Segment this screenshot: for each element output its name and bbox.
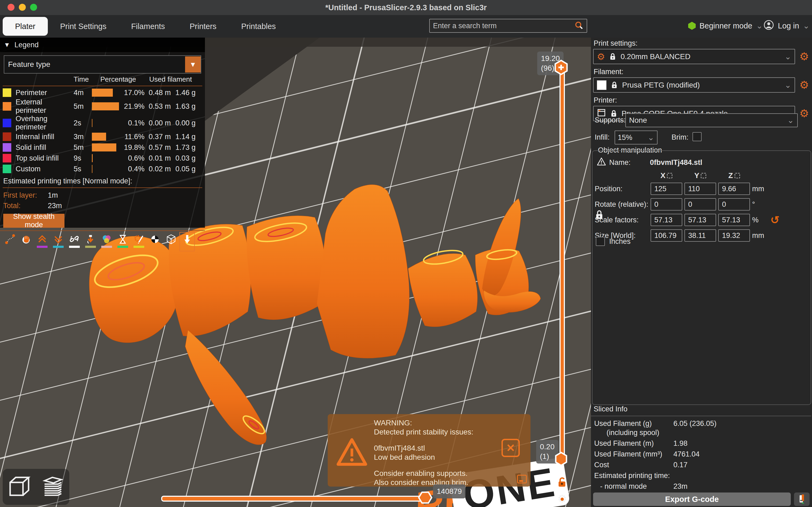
print-settings-label: Print settings: <box>594 39 638 48</box>
title-bar: *Untitled - PrusaSlicer-2.9.3 based on S… <box>0 0 812 15</box>
uniform-scale-lock-icon[interactable] <box>595 210 604 222</box>
legend-panel: ▼ Legend Feature type ▼ Time Percentage … <box>0 38 205 228</box>
percentage-bar <box>92 165 92 173</box>
view-mode-switcher <box>3 469 69 505</box>
position-z-field[interactable]: 9.66 <box>718 183 750 195</box>
axis-header-z: Z <box>718 171 750 180</box>
tab-printers[interactable]: Printers <box>177 17 229 36</box>
travel-moves-icon[interactable] <box>2 232 17 251</box>
collapse-icon[interactable]: ▼ <box>4 41 10 49</box>
print-settings-gear-button[interactable]: ⚙ <box>798 50 811 63</box>
view-type-dropdown-button[interactable]: ▼ <box>185 56 201 72</box>
scale-x-field[interactable]: 57.13 <box>651 214 682 226</box>
scale-y-field[interactable]: 57.13 <box>685 214 716 226</box>
gear-icon: ⚙ <box>597 51 605 62</box>
login-menu[interactable]: Log in ⌄ <box>763 19 810 33</box>
reset-scale-icon[interactable]: ↺ <box>770 214 788 226</box>
slider-settings-gear-icon[interactable]: ⚙ <box>557 493 567 505</box>
percentage-bar <box>92 144 116 152</box>
close-window-button[interactable] <box>7 4 14 11</box>
stability-warning-dialog: WARNING: Detected print stability issues… <box>328 414 531 487</box>
chevron-down-icon: ⌄ <box>756 23 763 29</box>
sliced-info-row: Used Filament (mm³)4761.04 <box>594 450 809 459</box>
tab-printables[interactable]: Printables <box>229 17 288 36</box>
object-name-value: 0fbvmITj484.stl <box>650 158 702 167</box>
feature-color-swatch <box>3 154 11 163</box>
size-x-field[interactable]: 106.79 <box>651 229 682 242</box>
view-type-select[interactable]: Feature type ▼ <box>4 55 201 73</box>
filament-gear-button[interactable]: ⚙ <box>798 78 811 91</box>
print-settings-select[interactable]: ⚙ 0.20mm BALANCED ⌄ <box>593 49 795 64</box>
size-z-field[interactable]: 19.32 <box>718 229 750 242</box>
legend-toggle-icon[interactable] <box>179 232 195 251</box>
move-slider-handle[interactable] <box>418 490 434 506</box>
tab-filaments[interactable]: Filaments <box>119 17 177 36</box>
traffic-lights <box>7 4 37 11</box>
percentage-bar <box>92 102 119 110</box>
deretractions-icon[interactable] <box>51 232 66 251</box>
tool-changes-icon[interactable] <box>83 232 98 251</box>
color-changes-icon[interactable] <box>99 232 114 251</box>
infill-select[interactable]: 15% ⌄ <box>614 130 658 145</box>
move-slider-track[interactable] <box>161 496 427 502</box>
size-unit: mm <box>752 231 768 240</box>
tab-print-settings[interactable]: Print Settings <box>48 17 119 36</box>
layer-range-lock-icon[interactable] <box>556 476 569 489</box>
tab-plater[interactable]: Plater <box>3 17 48 36</box>
rotate-y-field[interactable]: 0 <box>685 198 716 211</box>
warning-icon <box>336 438 368 469</box>
show-stealth-mode-button[interactable]: Show stealth mode <box>3 214 64 228</box>
percentage-bar <box>92 133 106 141</box>
3d-viewport[interactable]: RE ONE ▼ Legend Feature type ▼ Time Perc… <box>0 38 591 507</box>
layer-slider-bottom-handle[interactable] <box>554 452 570 467</box>
seams-icon[interactable] <box>67 232 82 251</box>
gcode-view-toolbar <box>0 230 205 252</box>
bounding-box-icon[interactable] <box>163 232 179 251</box>
size-y-field[interactable]: 38.11 <box>685 229 716 242</box>
object-name-label: Name: <box>609 158 631 167</box>
export-to-sd-button[interactable] <box>794 493 810 506</box>
3d-view-icon[interactable] <box>6 473 33 501</box>
center-of-mass-icon[interactable] <box>147 232 163 251</box>
brim-label: Brim: <box>671 133 689 142</box>
filament-select[interactable]: Prusa PETG (modified) ⌄ <box>593 77 795 93</box>
chevron-down-icon: ⌄ <box>784 82 791 88</box>
feature-color-swatch <box>3 119 11 127</box>
filament-label: Filament: <box>594 68 624 76</box>
axis-lock-icon[interactable] <box>735 173 740 178</box>
search-input[interactable]: Enter a search term <box>429 19 587 33</box>
rotate-z-field[interactable]: 0 <box>718 198 750 211</box>
dropdown-icon: ▼ <box>190 60 196 69</box>
pause-prints-icon[interactable] <box>115 232 130 251</box>
close-warning-button[interactable]: ✕ <box>501 439 520 457</box>
axis-lock-icon[interactable] <box>701 173 706 178</box>
brim-checkbox[interactable] <box>693 132 702 141</box>
wipe-moves-icon[interactable] <box>18 232 34 251</box>
search-icon[interactable] <box>574 21 583 31</box>
position-x-field[interactable]: 125 <box>651 183 682 195</box>
scale-z-field[interactable]: 57.13 <box>718 214 750 226</box>
layer-slider-track[interactable] <box>559 70 565 461</box>
legend-header[interactable]: ▼ Legend <box>0 38 205 52</box>
warning-advice-1: Consider enabling supports. <box>374 469 473 478</box>
inches-checkbox[interactable] <box>596 237 605 246</box>
window-title: *Untitled - PrusaSlicer-2.9.3 based on S… <box>325 3 487 12</box>
retractions-icon[interactable] <box>35 232 50 251</box>
printer-gear-button[interactable]: ⚙ <box>798 107 811 120</box>
mode-selector[interactable]: Beginner mode ⌄ <box>688 19 763 33</box>
rotate-unit: ° <box>752 200 768 209</box>
minimize-window-button[interactable] <box>19 4 26 11</box>
custom-gcodes-icon[interactable] <box>131 232 146 251</box>
export-gcode-button[interactable]: Export G-code <box>593 493 791 506</box>
rotate-x-field[interactable]: 0 <box>651 198 682 211</box>
supports-select[interactable]: None ⌄ <box>625 113 798 127</box>
feature-color-swatch <box>3 165 11 173</box>
position-y-field[interactable]: 110 <box>685 183 716 195</box>
axis-lock-icon[interactable] <box>667 173 672 178</box>
sliced-info-row: Estimated printing time: <box>594 471 809 480</box>
layer-slider-top-handle[interactable] <box>553 60 569 75</box>
minimize-warning-button[interactable] <box>517 475 527 484</box>
zoom-window-button[interactable] <box>30 4 37 11</box>
prusaslicer-window: *Untitled - PrusaSlicer-2.9.3 based on S… <box>0 0 812 507</box>
layers-preview-icon[interactable] <box>39 473 66 501</box>
